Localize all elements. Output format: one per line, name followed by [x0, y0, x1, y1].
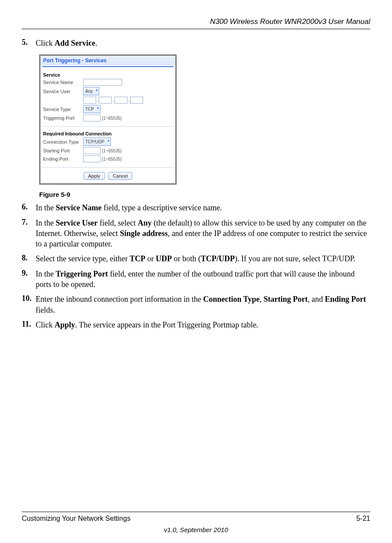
bold: Service User	[56, 219, 97, 227]
text: ). If you are not sure, select TCP/UDP.	[235, 254, 355, 263]
row-service-name: Service Name	[43, 79, 173, 86]
step-number: 11.	[22, 320, 36, 330]
step-11: 11. Click Apply. The service appears in …	[22, 320, 370, 330]
label-service-name: Service Name	[43, 80, 83, 85]
footer-version: v1.0, September 2010	[22, 526, 370, 533]
step-text: Enter the inbound connection port inform…	[36, 294, 370, 315]
service-type-select[interactable]: TCP	[83, 105, 101, 113]
row-starting-port: Starting Port (1~65535)	[43, 147, 173, 154]
row-ip-address: . . .	[43, 97, 173, 104]
label-connection-type: Connection Type	[43, 139, 83, 145]
footer-row: Customizing Your Network Settings 5-21	[22, 515, 370, 523]
bold: Service Name	[56, 203, 101, 212]
section-service-heading: Service	[43, 72, 173, 78]
step-text: Select the service type, either TCP or U…	[36, 253, 370, 264]
bold: Starting Port	[264, 295, 308, 304]
page-header-title: N300 Wireless Router WNR2000v3 User Manu…	[22, 17, 370, 26]
service-name-input[interactable]	[83, 79, 122, 86]
step-number: 10.	[22, 294, 36, 315]
step-7: 7. In the Service User field, select Any…	[22, 218, 370, 250]
label-ending-port: Ending Port	[43, 156, 83, 162]
text: field, select	[97, 219, 137, 227]
dialog-button-row: Apply Cancel	[40, 169, 175, 183]
row-connection-type: Connection Type TCP/UDP	[43, 138, 173, 146]
ip-octet-4-input[interactable]	[130, 97, 143, 104]
step-number: 7.	[22, 218, 36, 250]
text: , and	[308, 295, 325, 304]
service-user-select[interactable]: Any	[83, 87, 99, 95]
bold: Connection Type	[203, 295, 260, 304]
step-text: In the Triggering Port field, enter the …	[36, 269, 370, 290]
row-service-type: Service Type TCP	[43, 105, 173, 113]
text: ,	[260, 295, 264, 304]
ending-port-hint: (1~65535)	[102, 157, 122, 162]
step-number: 6.	[22, 202, 36, 213]
button-divider	[42, 167, 174, 168]
apply-button[interactable]: Apply	[84, 172, 105, 180]
step-8: 8. Select the service type, either TCP o…	[22, 253, 370, 264]
starting-port-hint: (1~65535)	[102, 148, 122, 153]
bold: Add Service	[55, 39, 96, 47]
ending-port-input[interactable]	[83, 155, 101, 162]
text: In the	[36, 203, 56, 212]
bold: Any	[137, 219, 151, 227]
header-divider	[22, 29, 370, 29]
ip-octet-3-input[interactable]	[114, 97, 127, 104]
triggering-port-hint: (1~65535)	[102, 116, 122, 121]
footer-page-number: 5-21	[356, 515, 370, 523]
bold: Triggering Port	[56, 270, 108, 278]
bold: UDP	[156, 254, 172, 263]
text: or both (	[172, 254, 201, 263]
page-footer: Customizing Your Network Settings 5-21 v…	[22, 512, 370, 533]
ip-octet-2-input[interactable]	[99, 97, 112, 104]
footer-section-title: Customizing Your Network Settings	[22, 515, 131, 523]
label-service-user: Service User	[43, 89, 83, 94]
starting-port-input[interactable]	[83, 147, 101, 154]
step-text: In the Service Name field, type a descri…	[36, 202, 370, 213]
text: field, type a descriptive service name.	[101, 203, 222, 212]
figure-caption: Figure 5-9	[39, 191, 370, 198]
bold: Apply	[55, 320, 75, 329]
row-ending-port: Ending Port (1~65535)	[43, 155, 173, 162]
text: Click	[36, 320, 55, 329]
step-text: In the Service User field, select Any (t…	[36, 218, 370, 250]
step-5: 5. Click Add Service.	[22, 38, 370, 48]
cancel-button[interactable]: Cancel	[108, 172, 132, 180]
step-number: 9.	[22, 269, 36, 290]
text: fields.	[36, 306, 55, 314]
section-inbound-heading: Required Inbound Connection	[43, 131, 173, 136]
label-starting-port: Starting Port	[43, 148, 83, 153]
step-text: Click Apply. The service appears in the …	[36, 320, 370, 330]
step-number: 8.	[22, 253, 36, 264]
dialog-title: Port Triggering - Services	[40, 56, 175, 65]
triggering-port-input[interactable]	[83, 115, 101, 121]
step-6: 6. In the Service Name field, type a des…	[22, 202, 370, 213]
text: In the	[36, 219, 56, 227]
dialog-title-divider	[42, 66, 174, 67]
screenshot-port-triggering-services: Port Triggering - Services Service Servi…	[39, 54, 177, 185]
text: or	[145, 254, 156, 263]
footer-divider	[22, 512, 370, 512]
text: Click	[36, 39, 55, 47]
ip-octet-1-input[interactable]	[83, 97, 96, 104]
step-9: 9. In the Triggering Port field, enter t…	[22, 269, 370, 290]
bold: TCP/UDP	[201, 254, 235, 263]
text: Select the service type, either	[36, 254, 130, 263]
step-10: 10. Enter the inbound connection port in…	[22, 294, 370, 315]
step-text: Click Add Service.	[36, 38, 370, 48]
bold: TCP	[130, 254, 145, 263]
bold: Ending Port	[325, 295, 366, 304]
label-service-type: Service Type	[43, 107, 83, 112]
label-triggering-port: Triggering Port	[43, 115, 83, 121]
bold: Single address	[120, 229, 168, 238]
row-service-user: Service User Any	[43, 87, 173, 95]
section-divider	[42, 126, 174, 127]
text: Enter the inbound connection port inform…	[36, 295, 203, 304]
text: .	[95, 39, 97, 47]
text: In the	[36, 270, 56, 278]
step-number: 5.	[22, 38, 36, 48]
text: . The service appears in the Port Trigge…	[75, 320, 258, 329]
row-triggering-port: Triggering Port (1~65535)	[43, 115, 173, 121]
connection-type-select[interactable]: TCP/UDP	[83, 138, 111, 146]
